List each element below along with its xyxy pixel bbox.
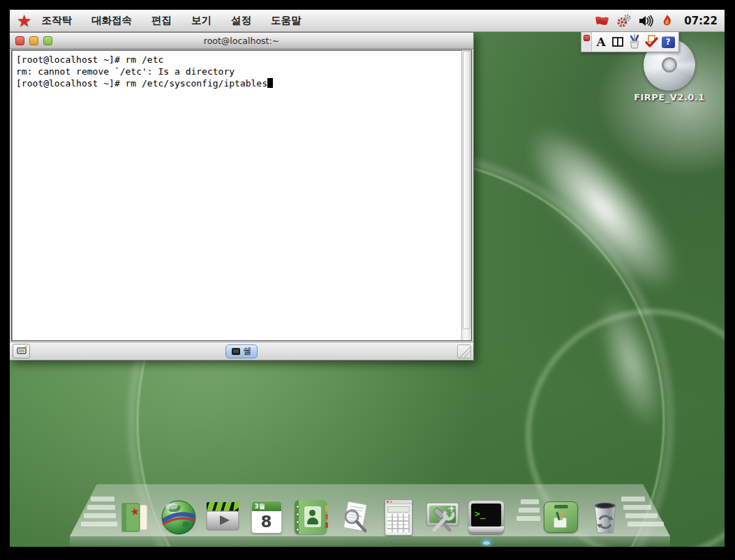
scrollbar[interactable] bbox=[461, 50, 471, 340]
record-dot-cell bbox=[581, 32, 592, 52]
menu-item-view[interactable]: 보기 bbox=[191, 14, 211, 27]
dock-icons-row: ★ bbox=[114, 497, 625, 537]
dock-item-document-search[interactable] bbox=[334, 497, 374, 537]
cd-hole bbox=[662, 57, 677, 73]
dock-platform-front bbox=[70, 536, 670, 547]
menu-item-edit[interactable]: 편집 bbox=[151, 14, 172, 27]
shell-tab[interactable]: 쉘 bbox=[225, 345, 258, 358]
dock-item-file-manager[interactable]: ★ bbox=[114, 497, 154, 537]
scrollbar-thumb[interactable] bbox=[463, 51, 470, 329]
sparkle-icon: ✦ bbox=[23, 345, 29, 351]
document-search-icon bbox=[335, 498, 374, 537]
dock-item-calendar[interactable]: 3월 8 bbox=[246, 497, 286, 537]
terminal-statusbar: ✦ 쉘 bbox=[10, 342, 473, 360]
file-manager-icon: ★ bbox=[115, 498, 154, 537]
dock-item-web-browser[interactable] bbox=[158, 497, 198, 537]
menu-item-help[interactable]: 도움말 bbox=[271, 14, 302, 27]
red-star-logo-icon[interactable]: ★ bbox=[17, 10, 32, 31]
dock-stripes-right bbox=[621, 497, 664, 527]
window-title: root@localhost:~ bbox=[10, 36, 473, 46]
cd-label[interactable]: FIRPE_V2.0.1 bbox=[620, 92, 719, 103]
menubar: ★ 조작탁 대화접속 편집 보기 설정 도움말 bbox=[10, 10, 725, 32]
terminal-content-area[interactable]: [root@localhost ~]# rm /etcrm: cannot re… bbox=[11, 50, 472, 341]
calculator-titlebar bbox=[385, 500, 412, 504]
terminal-text: [root@localhost ~]# rm /etcrm: cannot re… bbox=[12, 50, 461, 340]
menu-item-session[interactable]: 대화접속 bbox=[91, 14, 132, 27]
terminal-line: [root@localhost ~]# rm /etc/sysconfig/ip… bbox=[16, 77, 456, 89]
help-book-icon[interactable]: ? bbox=[660, 33, 676, 50]
dock: ★ bbox=[70, 471, 670, 547]
utilities-icon bbox=[544, 501, 578, 533]
trash-icon bbox=[586, 498, 625, 537]
pen-cup bbox=[554, 517, 567, 528]
calculator-icon bbox=[385, 499, 413, 536]
desktop: ★ 조작탁 대화접속 편집 보기 설정 도움말 bbox=[10, 10, 725, 547]
shell-tab-label: 쉘 bbox=[243, 345, 251, 357]
calendar-day: 8 bbox=[252, 511, 281, 533]
gears-icon[interactable] bbox=[616, 13, 632, 29]
menu-item-settings[interactable]: 설정 bbox=[231, 14, 251, 27]
dock-item-calculator[interactable] bbox=[378, 497, 418, 537]
wallpaper-light-beam-2 bbox=[586, 288, 676, 436]
system-tools-icon bbox=[423, 498, 462, 537]
calculator-keys bbox=[387, 514, 410, 532]
text-cursor bbox=[267, 78, 273, 88]
running-indicator bbox=[483, 541, 490, 545]
contacts-icon bbox=[295, 500, 327, 534]
red-flag-icon[interactable] bbox=[595, 13, 610, 29]
calculator-display bbox=[387, 506, 410, 513]
menu-item-control[interactable]: 조작탁 bbox=[42, 14, 73, 27]
annotation-toolbar: A ? bbox=[581, 32, 679, 52]
terminal-line: rm: cannot remove `/etc': Is a directory bbox=[16, 66, 456, 77]
text-tool-icon[interactable]: A bbox=[593, 33, 609, 50]
dock-item-media-player[interactable] bbox=[202, 497, 242, 537]
window-titlebar[interactable]: root@localhost:~ bbox=[10, 33, 473, 49]
flame-icon[interactable] bbox=[660, 13, 675, 29]
checkmark-icon[interactable] bbox=[644, 33, 659, 50]
dock-stripes-left bbox=[81, 497, 117, 527]
dock-item-contacts[interactable] bbox=[290, 497, 330, 537]
record-dot-icon[interactable] bbox=[584, 35, 590, 41]
wallpaper-light-beam bbox=[505, 105, 701, 312]
calendar-icon: 3월 8 bbox=[251, 501, 282, 533]
calendar-month: 3월 bbox=[252, 501, 281, 511]
dock-item-utilities[interactable] bbox=[541, 497, 581, 537]
new-tab-button[interactable]: ✦ bbox=[13, 344, 30, 358]
menu-items: 조작탁 대화접속 편집 보기 설정 도움말 bbox=[42, 14, 302, 27]
terminal-app-base bbox=[468, 527, 504, 532]
system-tray: 07:22 bbox=[595, 13, 725, 29]
terminal-app-icon: >_ bbox=[468, 501, 504, 534]
terminal-line: [root@localhost ~]# rm /etc bbox=[16, 54, 456, 66]
columns-icon[interactable] bbox=[610, 33, 625, 50]
monitor-icon bbox=[232, 348, 240, 355]
dock-item-system-tools[interactable] bbox=[422, 497, 462, 537]
pen-cup-icon[interactable] bbox=[627, 33, 642, 50]
terminal-window: root@localhost:~ [root@localhost ~]# rm … bbox=[10, 32, 474, 361]
media-player-icon bbox=[203, 498, 242, 537]
dock-item-terminal[interactable]: >_ bbox=[466, 497, 506, 537]
terminal-app-screen: >_ bbox=[471, 504, 501, 527]
contact-photo bbox=[304, 506, 321, 527]
dock-item-trash[interactable] bbox=[585, 497, 625, 537]
volume-icon[interactable] bbox=[638, 13, 653, 29]
web-browser-icon bbox=[159, 498, 198, 537]
clock: 07:22 bbox=[684, 15, 718, 27]
resize-grip[interactable] bbox=[457, 345, 471, 358]
